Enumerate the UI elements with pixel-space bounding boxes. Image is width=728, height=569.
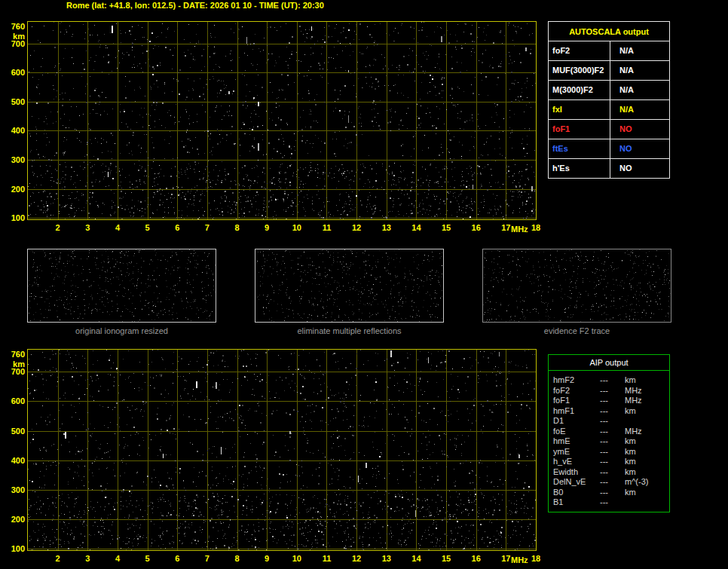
panel-caption-evidence: evidence F2 trace bbox=[482, 326, 671, 335]
aip-parameter-value: --- bbox=[600, 386, 625, 396]
autoscala-row-foF2: foF2N/A bbox=[549, 41, 669, 60]
aip-row-h_vE: h_vE---km bbox=[549, 457, 669, 467]
aip-parameter-unit bbox=[625, 416, 669, 427]
y-axis-tick-760: 760 bbox=[2, 350, 25, 359]
aip-row-Ewidth: Ewidth---km bbox=[549, 467, 669, 478]
autoscala-table-header: AUTOSCALA output bbox=[549, 22, 669, 41]
parameter-name: ftEs bbox=[549, 139, 610, 158]
aip-parameter-unit bbox=[625, 497, 669, 508]
aip-parameter-unit: MHz bbox=[625, 427, 669, 437]
autoscala-app-window: Rome (lat: +41.8, lon: 012.5) - DATE: 20… bbox=[0, 0, 728, 569]
x-axis-tick-6: 6 bbox=[168, 554, 186, 563]
aip-parameter-name: foE bbox=[553, 427, 600, 437]
aip-parameter-name: D1 bbox=[553, 416, 600, 427]
aip-parameter-value: --- bbox=[600, 375, 625, 386]
x-axis-tick-11: 11 bbox=[317, 223, 335, 232]
y-axis-tick-500: 500 bbox=[2, 427, 25, 436]
ionogram-plot-top: 760700600500400300200100km23456789101112… bbox=[27, 21, 537, 220]
aip-parameter-unit: MHz bbox=[625, 386, 669, 396]
autoscala-row-M(3000)F2: M(3000)F2N/A bbox=[549, 80, 669, 99]
aip-parameter-name: hmF1 bbox=[553, 406, 600, 417]
autoscala-row-MUF(3000)F2: MUF(3000)F2N/A bbox=[549, 60, 669, 80]
y-axis-tick-600: 600 bbox=[2, 68, 25, 77]
x-axis-tick-16: 16 bbox=[467, 554, 485, 563]
panel-eliminate-canvas bbox=[255, 249, 443, 322]
aip-parameter-name: foF1 bbox=[553, 396, 600, 406]
aip-table-body: hmF2---kmfoF2---MHzfoF1---MHzhmF1---kmD1… bbox=[549, 371, 669, 512]
parameter-name: M(3000)F2 bbox=[549, 81, 610, 99]
aip-output-table: AIP output hmF2---kmfoF2---MHzfoF1---MHz… bbox=[548, 354, 670, 512]
autoscala-row-h'Es: h'EsNO bbox=[549, 158, 669, 178]
y-axis-tick-500: 500 bbox=[2, 97, 25, 106]
aip-row-D1: D1--- bbox=[549, 416, 669, 427]
parameter-value: NO bbox=[610, 159, 669, 178]
aip-row-ymE: ymE---km bbox=[549, 447, 669, 457]
x-axis-tick-13: 13 bbox=[378, 223, 396, 232]
x-axis-unit-label: MHz bbox=[511, 225, 528, 234]
aip-parameter-value: --- bbox=[600, 488, 625, 498]
x-axis-tick-8: 8 bbox=[228, 554, 246, 563]
aip-row-hmF1: hmF1---km bbox=[549, 406, 669, 417]
aip-parameter-value: --- bbox=[600, 406, 625, 417]
aip-parameter-name: DelN_vE bbox=[553, 477, 600, 488]
aip-parameter-name: hmF2 bbox=[553, 375, 600, 386]
autoscala-row-ftEs: ftEsNO bbox=[549, 139, 669, 158]
aip-row-foF2: foF2---MHz bbox=[549, 386, 669, 396]
autoscala-row-foF1: foF1NO bbox=[549, 119, 669, 139]
aip-parameter-unit: m^(-3) bbox=[625, 477, 669, 488]
aip-parameter-value: --- bbox=[600, 427, 625, 437]
y-axis-tick-200: 200 bbox=[2, 515, 25, 524]
x-axis-tick-16: 16 bbox=[467, 223, 485, 232]
y-axis-unit-label: km bbox=[2, 32, 25, 41]
aip-parameter-value: --- bbox=[600, 416, 625, 427]
x-axis-tick-14: 14 bbox=[407, 554, 425, 563]
parameter-name: MUF(3000)F2 bbox=[549, 61, 610, 80]
x-axis-tick-3: 3 bbox=[78, 223, 96, 232]
aip-parameter-value: --- bbox=[600, 467, 625, 478]
x-axis-tick-12: 12 bbox=[347, 223, 366, 232]
parameter-value: NO bbox=[610, 120, 669, 139]
panel-original-ionogram bbox=[27, 249, 216, 323]
x-axis-tick-10: 10 bbox=[288, 554, 306, 563]
aip-parameter-unit: MHz bbox=[625, 396, 669, 406]
parameter-value: NO bbox=[610, 139, 669, 158]
x-axis-tick-15: 15 bbox=[437, 554, 455, 563]
y-axis-tick-200: 200 bbox=[2, 185, 25, 194]
parameter-name: fxI bbox=[549, 100, 610, 119]
aip-parameter-name: Ewidth bbox=[553, 467, 600, 478]
autoscala-row-fxI: fxIN/A bbox=[549, 99, 669, 119]
aip-parameter-name: ymE bbox=[553, 447, 600, 457]
x-axis-tick-9: 9 bbox=[258, 223, 276, 232]
autoscala-output-table: AUTOSCALA output foF2N/AMUF(3000)F2N/AM(… bbox=[548, 21, 670, 179]
aip-parameter-unit: km bbox=[625, 406, 669, 417]
aip-parameter-value: --- bbox=[600, 477, 625, 488]
aip-table-header: AIP output bbox=[549, 355, 669, 371]
x-axis-tick-14: 14 bbox=[407, 223, 425, 232]
aip-parameter-value: --- bbox=[600, 396, 625, 406]
y-axis-tick-300: 300 bbox=[2, 485, 25, 494]
parameter-value: N/A bbox=[610, 100, 669, 119]
aip-row-hmE: hmE---km bbox=[549, 436, 669, 447]
aip-parameter-unit: km bbox=[625, 375, 669, 386]
x-axis-tick-2: 2 bbox=[49, 223, 67, 232]
y-axis-unit-label: km bbox=[2, 359, 25, 369]
x-axis-tick-18: 18 bbox=[527, 554, 545, 563]
panel-eliminate-reflections bbox=[255, 249, 444, 323]
aip-row-B1: B1--- bbox=[549, 497, 669, 508]
aip-parameter-value: --- bbox=[600, 497, 625, 508]
x-axis-tick-7: 7 bbox=[198, 554, 216, 563]
x-axis-unit-label: MHz bbox=[511, 555, 528, 564]
x-axis-tick-15: 15 bbox=[437, 223, 455, 232]
aip-parameter-unit: km bbox=[625, 457, 669, 467]
parameter-name: foF2 bbox=[549, 41, 610, 60]
aip-parameter-unit: km bbox=[625, 436, 669, 447]
aip-row-hmF2: hmF2---km bbox=[549, 375, 669, 386]
x-axis-tick-18: 18 bbox=[527, 223, 545, 232]
x-axis-tick-12: 12 bbox=[347, 554, 366, 563]
aip-parameter-value: --- bbox=[600, 447, 625, 457]
aip-parameter-unit: km bbox=[625, 447, 669, 457]
panel-caption-eliminate: eliminate multiple reflections bbox=[255, 326, 444, 335]
y-axis-tick-100: 100 bbox=[2, 213, 25, 222]
x-axis-tick-4: 4 bbox=[109, 554, 127, 563]
parameter-value: N/A bbox=[610, 81, 669, 99]
